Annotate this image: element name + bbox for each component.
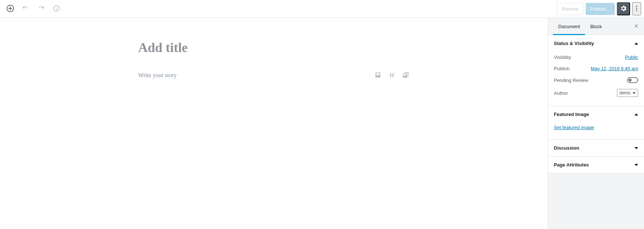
sidebar-empty-trailer <box>548 173 644 229</box>
svg-point-0 <box>636 5 637 7</box>
tab-block[interactable]: Block <box>585 18 607 35</box>
toolbar-right-group: Preview Publish... <box>557 2 641 15</box>
close-icon <box>634 23 639 30</box>
undo-button[interactable] <box>19 2 32 15</box>
row-publish: Publish May 12, 2018 6:45 am <box>554 63 638 74</box>
chevron-down-icon <box>634 164 638 166</box>
settings-sidebar: Document Block Status & Visibility <box>548 18 644 229</box>
pending-review-label: Pending Review <box>554 78 588 83</box>
author-select[interactable]: demo <box>617 89 638 97</box>
panel-featured-body: Set featured image <box>548 123 644 139</box>
preview-button-label: Preview <box>562 6 578 12</box>
panel-discussion-toggle[interactable]: Discussion <box>548 140 644 156</box>
tab-block-label: Block <box>590 24 602 29</box>
publish-button[interactable]: Publish... <box>586 3 615 15</box>
post-title-input[interactable] <box>138 40 409 55</box>
svg-point-2 <box>636 10 637 11</box>
author-label: Author <box>554 90 568 96</box>
panel-page-attributes: Page Attributes <box>548 156 644 173</box>
panel-attributes-toggle[interactable]: Page Attributes <box>548 157 644 173</box>
editor-canvas: H <box>0 18 548 229</box>
row-visibility: Visibility Public <box>554 52 638 63</box>
paragraph-input[interactable] <box>138 72 367 79</box>
settings-toggle-button[interactable] <box>617 2 630 15</box>
panel-featured-title: Featured Image <box>554 112 589 117</box>
publish-date-link[interactable]: May 12, 2018 6:45 am <box>591 66 638 71</box>
close-sidebar-button[interactable] <box>629 18 644 35</box>
heading-icon: H <box>390 72 394 78</box>
gear-icon <box>620 5 627 13</box>
insert-gallery-button[interactable] <box>402 72 409 79</box>
kebab-icon <box>633 5 640 13</box>
svg-point-1 <box>636 8 637 9</box>
preview-button[interactable]: Preview <box>557 3 583 15</box>
row-author: Author demo <box>554 86 638 100</box>
panel-attributes-title: Page Attributes <box>554 162 589 168</box>
row-pending: Pending Review <box>554 74 638 86</box>
panel-featured-image: Featured Image Set featured image <box>548 106 644 139</box>
publish-label: Publish <box>554 66 570 71</box>
chevron-down-icon <box>634 147 638 149</box>
chevron-up-icon <box>634 42 638 45</box>
panel-discussion-title: Discussion <box>554 145 579 151</box>
tab-document[interactable]: Document <box>553 18 585 35</box>
pending-review-toggle[interactable] <box>627 77 638 83</box>
chevron-down-icon <box>633 92 636 94</box>
quick-inserter-icons: H <box>374 72 409 79</box>
content-info-button[interactable] <box>50 2 63 15</box>
default-block-row: H <box>138 72 409 79</box>
visibility-label: Visibility <box>554 55 571 60</box>
add-block-button[interactable] <box>4 2 17 15</box>
app-root: Preview Publish... <box>0 0 644 229</box>
insert-image-button[interactable] <box>374 72 382 79</box>
panel-discussion: Discussion <box>548 139 644 156</box>
chevron-up-icon <box>634 113 638 116</box>
plus-circle-icon <box>6 4 15 14</box>
publish-button-label: Publish... <box>590 6 610 12</box>
set-featured-image-link[interactable]: Set featured image <box>554 125 594 130</box>
panel-status-visibility: Status & Visibility Visibility Public Pu… <box>548 35 644 106</box>
tab-document-label: Document <box>558 24 580 29</box>
author-select-value: demo <box>619 90 630 95</box>
row-set-featured: Set featured image <box>554 123 638 134</box>
panel-status-body: Visibility Public Publish May 12, 2018 6… <box>548 52 644 106</box>
sidebar-tabs: Document Block <box>548 18 644 35</box>
redo-icon <box>37 5 45 13</box>
image-icon <box>374 71 382 80</box>
toolbar-left-group <box>4 2 63 15</box>
redo-button[interactable] <box>34 2 48 15</box>
info-icon <box>53 5 60 13</box>
panel-status-title: Status & Visibility <box>554 41 594 46</box>
editor-inner: H <box>138 18 409 79</box>
visibility-value-link[interactable]: Public <box>625 55 638 60</box>
gallery-icon <box>402 71 409 80</box>
panel-status-toggle[interactable]: Status & Visibility <box>548 35 644 52</box>
undo-icon <box>22 5 29 13</box>
panel-featured-toggle[interactable]: Featured Image <box>548 106 644 123</box>
main-area: H Document Block <box>0 18 644 229</box>
insert-heading-button[interactable]: H <box>388 72 395 79</box>
top-toolbar: Preview Publish... <box>0 0 644 18</box>
more-menu-button[interactable] <box>632 2 641 15</box>
